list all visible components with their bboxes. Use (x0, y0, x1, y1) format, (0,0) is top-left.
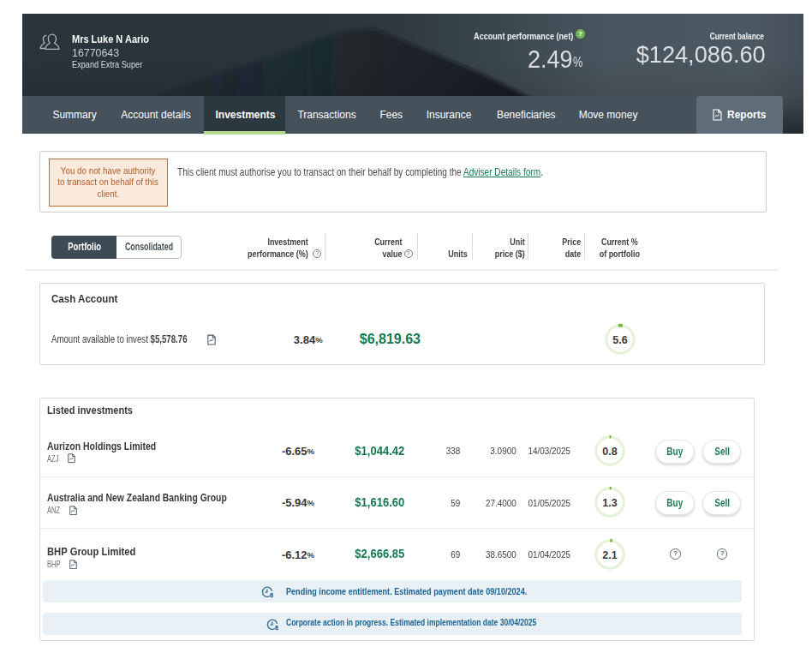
svg-text:$: $ (270, 591, 273, 598)
svg-text:$: $ (275, 624, 278, 631)
svg-text:1.3: 1.3 (602, 497, 617, 509)
svg-text:5.6: 5.6 (612, 334, 627, 346)
svg-text:0.8: 0.8 (602, 446, 617, 458)
svg-text:2.1: 2.1 (602, 548, 617, 560)
